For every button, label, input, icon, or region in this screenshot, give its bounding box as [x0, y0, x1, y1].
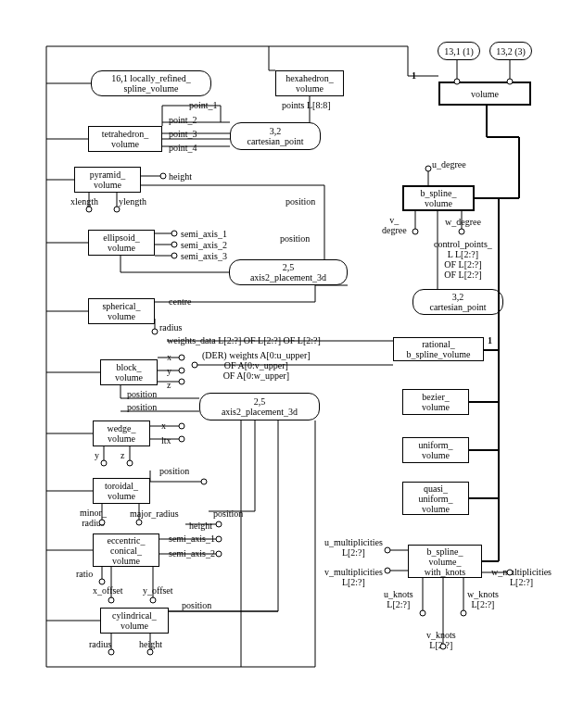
entity-label: toroidal_ volume [105, 481, 138, 501]
entity-label: hexahedron_ volume [286, 73, 334, 94]
svg-point-118 [420, 610, 425, 616]
label-height-a: height [169, 171, 192, 182]
svg-point-89 [201, 479, 207, 484]
svg-point-108 [216, 521, 222, 527]
svg-point-125 [108, 649, 114, 655]
label-semi-axis3: semi_axis_3 [181, 251, 227, 261]
pageref-13-2-3: 13,2 (3) [489, 42, 532, 60]
cartesian-point-a: 3,2 cartesian_point [230, 122, 321, 150]
label-position-d: position [127, 402, 157, 412]
axis2-placement-3d-b: 2,5 axis2_placement_3d [199, 393, 320, 420]
label-z-a: z [167, 380, 171, 390]
thick-one-a: 1 [412, 70, 416, 81]
entity-label: 3,2 cartesian_point [247, 126, 303, 146]
svg-point-87 [127, 460, 133, 466]
quasi-uniform-volume: quasi_ uniform_ volume [402, 482, 469, 515]
rational-b-spline-volume: rational_ b_spline_volume [393, 337, 484, 361]
label-control-points: control_points_ L L[2:?] OF L[2:?] OF L[… [434, 239, 492, 280]
cartesian-point-b: 3,2 cartesian_point [412, 289, 503, 315]
svg-point-102 [99, 579, 105, 584]
label-v-mult: v_multiplicities L[2:?] [324, 567, 383, 587]
label-semi-axis2-b: semi_axis_2 [169, 548, 215, 559]
label-y-b: y [95, 450, 99, 460]
label-minor-radius: minor_ radius [80, 508, 107, 528]
entity-label: b_spline_ volume_ with_knots [425, 546, 465, 577]
entity-label: spherical_ volume [102, 301, 140, 321]
entity-label: bezier_ volume [422, 392, 450, 412]
cylindrical-volume: cylindrical_ volume [100, 608, 169, 634]
svg-point-60 [171, 253, 177, 258]
wedge-volume: wedge_ volume [93, 420, 150, 446]
entity-label: block_ volume [115, 362, 143, 383]
label-radius-b: radius [89, 639, 111, 649]
svg-point-74 [179, 368, 184, 373]
label-position-f: position [213, 508, 243, 519]
label-centre: centre [169, 296, 191, 307]
label-weights-data: weights_data L[2:?] OF L[2:?] OF L[2:?] [167, 335, 321, 345]
entity-label: tetrahedron_ volume [102, 129, 149, 149]
b-spline-volume-with-knots: b_spline_ volume_ with_knots [408, 545, 482, 578]
b-spline-volume: b_spline_ volume [402, 185, 475, 211]
eccentric-conical-volume: eccentric_ conical_ volume [93, 533, 159, 567]
entity-label: volume [471, 89, 499, 99]
label-height-b: height [189, 521, 212, 531]
svg-point-41 [160, 173, 166, 179]
pageref-13-1-1: 13,1 (1) [438, 42, 480, 60]
svg-point-67 [152, 329, 158, 334]
label-w-knots: w_knots L[2:?] [467, 589, 499, 609]
label-y-offset: y_offset [143, 585, 173, 596]
label-position-a: position [286, 196, 315, 207]
entity-label: 16,1 locally_refined_ spline_volume [111, 73, 191, 94]
label-ylength: ylength [119, 196, 146, 207]
svg-point-112 [385, 547, 390, 553]
pyramid-volume: pyramid_ volume [74, 167, 141, 193]
entity-label: 3,2 cartesian_point [429, 292, 486, 312]
svg-point-85 [101, 460, 107, 466]
label-x-b: x [161, 420, 166, 431]
spherical-volume: spherical_ volume [88, 298, 155, 324]
label-ltx: ltx [161, 435, 171, 446]
label-z-b: z [121, 450, 124, 460]
block-volume: block_ volume [100, 359, 158, 385]
label-position-g: position [182, 600, 211, 610]
label-point2: point_2 [169, 115, 197, 125]
label-u-knots: u_knots L[2:?] [384, 589, 413, 609]
label-point3: point_3 [169, 129, 197, 139]
label-y-a: y [167, 366, 171, 376]
svg-point-106 [150, 597, 156, 603]
label-position-b: position [280, 233, 310, 244]
tetrahedron-volume: tetrahedron_ volume [88, 126, 162, 152]
label-pointsL88: points L[8:8] [282, 100, 331, 110]
hexahedron-volume: hexahedron_ volume [275, 70, 344, 96]
svg-point-83 [179, 436, 184, 442]
label-semi-axis1-a: semi_axis_1 [181, 229, 227, 239]
entity-label: quasi_ uniform_ volume [418, 483, 452, 514]
thick-one-b: 1 [488, 335, 492, 345]
svg-point-49 [425, 166, 431, 171]
locally-refined-spline-volume: 16,1 locally_refined_ spline_volume [91, 70, 211, 96]
svg-point-72 [179, 355, 184, 360]
pageref-label: 13,1 (1) [444, 46, 474, 56]
svg-point-51 [412, 229, 418, 234]
entity-label: wedge_ volume [107, 423, 135, 444]
label-w-degree: w_degree [445, 217, 481, 227]
svg-point-56 [171, 231, 177, 236]
entity-label: rational_ b_spline_volume [407, 339, 471, 359]
label-position-c: position [127, 389, 157, 399]
volume: volume [438, 82, 531, 106]
entity-label: b_spline_ volume [421, 188, 457, 208]
entity-label: eccentric_ conical_ volume [107, 535, 145, 566]
label-u-degree: u_degree [432, 159, 466, 169]
svg-point-100 [216, 551, 222, 557]
pageref-label: 13,2 (3) [496, 46, 526, 56]
label-w-mult: w_multiplicities L[2:?] [491, 567, 552, 587]
entity-label: ellipsoid_ volume [103, 232, 139, 253]
svg-point-104 [108, 597, 114, 603]
label-v-knots: v_knots L[2:?] [426, 630, 456, 650]
svg-point-114 [385, 568, 390, 573]
svg-point-94 [136, 520, 142, 525]
svg-point-76 [179, 379, 184, 384]
label-height-c: height [139, 639, 162, 649]
label-semi-axis2-a: semi_axis_2 [181, 240, 227, 250]
label-major-radius: major_radius [130, 508, 179, 519]
